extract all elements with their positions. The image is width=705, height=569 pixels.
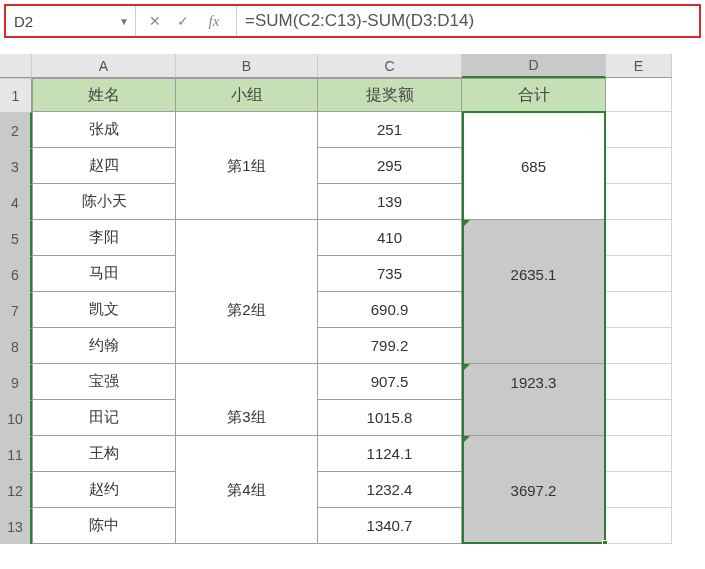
cell-c6[interactable]: 735 — [318, 256, 462, 292]
cell-b6[interactable] — [176, 256, 318, 292]
spreadsheet-grid: A B C D E 1 姓名 小组 提奖额 合计 2 张成 251 3 赵四 第… — [0, 54, 705, 544]
cell-d13[interactable] — [462, 508, 606, 544]
cell-b11[interactable] — [176, 436, 318, 472]
cell-a8[interactable]: 约翰 — [32, 328, 176, 364]
cell-reference: D2 — [14, 13, 33, 30]
row-header-9[interactable]: 9 — [0, 364, 32, 400]
cell-a10[interactable]: 田记 — [32, 400, 176, 436]
cell-e1[interactable] — [606, 78, 672, 112]
row-header-3[interactable]: 3 — [0, 148, 32, 184]
cell-a9[interactable]: 宝强 — [32, 364, 176, 400]
cell-e3[interactable] — [606, 148, 672, 184]
cell-b10[interactable]: 第3组 — [176, 400, 318, 436]
cell-a7[interactable]: 凯文 — [32, 292, 176, 328]
cell-b2[interactable] — [176, 112, 318, 148]
cell-a2[interactable]: 张成 — [32, 112, 176, 148]
row-header-11[interactable]: 11 — [0, 436, 32, 472]
cell-d3[interactable]: 685 — [462, 148, 606, 184]
name-box[interactable]: D2 ▼ — [6, 6, 136, 36]
cell-a6[interactable]: 马田 — [32, 256, 176, 292]
cell-b4[interactable] — [176, 184, 318, 220]
cell-c4[interactable]: 139 — [318, 184, 462, 220]
grid-rows: 1 姓名 小组 提奖额 合计 2 张成 251 3 赵四 第1组 295 685 — [0, 78, 705, 544]
cell-c10[interactable]: 1015.8 — [318, 400, 462, 436]
row-header-6[interactable]: 6 — [0, 256, 32, 292]
cell-e5[interactable] — [606, 220, 672, 256]
cell-d4[interactable] — [462, 184, 606, 220]
row-header-8[interactable]: 8 — [0, 328, 32, 364]
cell-d8[interactable] — [462, 328, 606, 364]
row-header-4[interactable]: 4 — [0, 184, 32, 220]
cell-e4[interactable] — [606, 184, 672, 220]
cell-d9[interactable]: 1923.3 — [462, 364, 606, 400]
cell-c11[interactable]: 1124.1 — [318, 436, 462, 472]
col-header-e[interactable]: E — [606, 54, 672, 78]
cell-e12[interactable] — [606, 472, 672, 508]
header-bonus[interactable]: 提奖额 — [318, 78, 462, 112]
dropdown-icon[interactable]: ▼ — [119, 16, 129, 27]
cell-e10[interactable] — [606, 400, 672, 436]
cell-e11[interactable] — [606, 436, 672, 472]
col-header-a[interactable]: A — [32, 54, 176, 78]
row-header-13[interactable]: 13 — [0, 508, 32, 544]
cell-e2[interactable] — [606, 112, 672, 148]
cell-d10[interactable] — [462, 400, 606, 436]
column-header-row: A B C D E — [0, 54, 705, 78]
col-header-c[interactable]: C — [318, 54, 462, 78]
formula-bar: D2 ▼ ✕ ✓ fx =SUM(C2:C13)-SUM(D3:D14) — [4, 4, 701, 38]
cell-b9[interactable] — [176, 364, 318, 400]
formula-buttons: ✕ ✓ fx — [136, 6, 237, 36]
cell-d11[interactable] — [462, 436, 606, 472]
header-group[interactable]: 小组 — [176, 78, 318, 112]
cell-c5[interactable]: 410 — [318, 220, 462, 256]
select-all-corner[interactable] — [0, 54, 32, 78]
cell-d6[interactable]: 2635.1 — [462, 256, 606, 292]
cell-c8[interactable]: 799.2 — [318, 328, 462, 364]
header-name[interactable]: 姓名 — [32, 78, 176, 112]
cell-e7[interactable] — [606, 292, 672, 328]
row-header-1[interactable]: 1 — [0, 78, 32, 112]
row-header-10[interactable]: 10 — [0, 400, 32, 436]
cell-c13[interactable]: 1340.7 — [318, 508, 462, 544]
cell-b7[interactable]: 第2组 — [176, 292, 318, 328]
cell-b3[interactable]: 第1组 — [176, 148, 318, 184]
header-total[interactable]: 合计 — [462, 78, 606, 112]
cell-e9[interactable] — [606, 364, 672, 400]
cell-d7[interactable] — [462, 292, 606, 328]
col-header-b[interactable]: B — [176, 54, 318, 78]
formula-text: =SUM(C2:C13)-SUM(D3:D14) — [245, 11, 474, 31]
cell-c9[interactable]: 907.5 — [318, 364, 462, 400]
cell-e6[interactable] — [606, 256, 672, 292]
cell-a12[interactable]: 赵约 — [32, 472, 176, 508]
formula-input[interactable]: =SUM(C2:C13)-SUM(D3:D14) — [237, 6, 699, 36]
cancel-icon[interactable]: ✕ — [146, 13, 164, 29]
cell-b13[interactable] — [176, 508, 318, 544]
cell-a4[interactable]: 陈小天 — [32, 184, 176, 220]
cell-c3[interactable]: 295 — [318, 148, 462, 184]
fx-icon[interactable]: fx — [202, 13, 226, 30]
cell-c2[interactable]: 251 — [318, 112, 462, 148]
cell-d2[interactable] — [462, 112, 606, 148]
row-header-5[interactable]: 5 — [0, 220, 32, 256]
row-header-7[interactable]: 7 — [0, 292, 32, 328]
col-header-d[interactable]: D — [462, 54, 606, 78]
cell-a5[interactable]: 李阳 — [32, 220, 176, 256]
cell-c12[interactable]: 1232.4 — [318, 472, 462, 508]
cell-e8[interactable] — [606, 328, 672, 364]
confirm-icon[interactable]: ✓ — [174, 13, 192, 29]
row-header-12[interactable]: 12 — [0, 472, 32, 508]
cell-c7[interactable]: 690.9 — [318, 292, 462, 328]
cell-a13[interactable]: 陈中 — [32, 508, 176, 544]
cell-b5[interactable] — [176, 220, 318, 256]
cell-d12[interactable]: 3697.2 — [462, 472, 606, 508]
cell-d5[interactable] — [462, 220, 606, 256]
row-header-2[interactable]: 2 — [0, 112, 32, 148]
cell-b12[interactable]: 第4组 — [176, 472, 318, 508]
cell-b8[interactable] — [176, 328, 318, 364]
cell-a3[interactable]: 赵四 — [32, 148, 176, 184]
cell-e13[interactable] — [606, 508, 672, 544]
cell-a11[interactable]: 王构 — [32, 436, 176, 472]
